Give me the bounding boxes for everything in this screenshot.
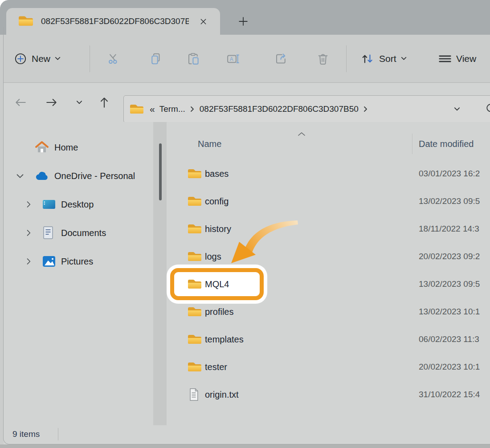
onedrive-cloud-icon [35,171,49,181]
file-name: logs [205,252,221,262]
back-button[interactable] [12,94,29,111]
view-button[interactable]: View [438,35,476,82]
arrow-left-icon [14,96,27,109]
chevron-right-icon[interactable] [24,228,33,237]
folder-icon [187,333,202,346]
paste-button[interactable] [187,35,200,82]
folder-icon [18,14,34,28]
chevron-down-icon [400,56,407,61]
copy-button[interactable] [149,35,163,82]
file-date: 03/01/2023 16:2 [419,169,490,179]
breadcrumb-current[interactable]: 082F53F5881F3D6022DF806C3D307B50 [200,104,359,114]
sidebar-item-label: Home [54,143,78,153]
file-name: MQL4 [205,279,229,289]
paste-icon [187,52,200,65]
home-icon [35,141,49,154]
address-bar[interactable]: « Term... 082F53F5881F3D6022DF806C3D307B… [123,95,490,123]
plus-circle-icon [13,52,28,66]
file-date: 18/11/2022 14:3 [419,224,490,234]
sidebar-item-desktop[interactable]: Desktop [4,190,153,219]
toolbar-separator [346,45,347,72]
file-name: origin.txt [205,390,239,400]
close-icon [200,18,207,25]
folder-icon [187,278,202,290]
rename-button[interactable] [226,35,240,82]
file-date: 13/02/2023 09:5 [419,279,490,289]
up-button[interactable] [95,94,113,111]
folder-icon [129,103,144,115]
chevron-right-icon[interactable] [24,200,33,209]
chevron-right-icon [363,105,368,113]
file-row[interactable]: tester 20/02/2023 10:1 [167,353,490,381]
column-header-name[interactable]: Name [198,139,221,149]
file-list: Name Date modified bases 03/01/2023 16:2… [167,122,490,425]
sidebar-item-label: Pictures [61,257,93,267]
pictures-icon [42,255,56,268]
window-bottom-edge [0,444,490,448]
status-bar: 9 items [4,425,490,444]
column-header-date[interactable]: Date modified [419,139,474,149]
arrow-up-icon [98,96,111,109]
breadcrumb-overflow[interactable]: « [150,104,155,114]
scrollbar-track[interactable] [153,122,167,425]
sidebar-item-label: Desktop [61,200,94,210]
sidebar-item-pictures[interactable]: Pictures [4,247,153,276]
folder-icon [187,250,202,263]
chevron-down-icon[interactable] [15,171,25,181]
documents-icon [42,226,54,240]
text-file-icon [188,388,200,401]
folder-icon [187,167,202,180]
sidebar-item-label: Documents [61,228,106,238]
command-toolbar: New Sort View [4,35,490,83]
delete-button[interactable] [316,35,330,82]
file-row[interactable]: history 18/11/2022 14:3 [167,215,490,243]
file-name: config [205,196,229,207]
file-date: 20/02/2023 10:1 [419,362,490,372]
sidebar-item-home[interactable]: Home [4,133,153,162]
forward-button[interactable] [43,94,61,111]
sort-button[interactable]: Sort [360,35,407,82]
explorer-tab[interactable]: 082F53F5881F3D6022DF806C3D307B50 [6,8,220,35]
file-explorer-window: 082F53F5881F3D6022DF806C3D307B50 New [0,0,490,448]
breadcrumb-parent[interactable]: Term... [159,104,185,114]
file-row[interactable]: templates 06/02/2023 11:3 [167,326,490,353]
file-row[interactable]: config 13/02/2023 09:5 [167,187,490,215]
search-icon [486,103,490,115]
rename-icon [226,52,240,65]
share-icon [274,52,288,65]
column-divider[interactable] [412,134,412,154]
tab-close-button[interactable] [197,15,209,28]
chevron-right-icon[interactable] [24,257,33,266]
file-date: 13/02/2023 09:5 [419,196,490,206]
chevron-down-icon [453,106,461,112]
file-date: 06/02/2023 11:3 [419,334,490,344]
sidebar-item-documents[interactable]: Documents [4,219,153,247]
folder-icon [187,195,202,208]
share-button[interactable] [274,35,288,82]
item-count: 9 items [12,429,40,439]
scrollbar-thumb[interactable] [159,143,162,200]
file-name: history [205,224,231,234]
file-row[interactable]: profiles 13/02/2023 10:1 [167,298,490,326]
chevron-down-icon [54,56,61,61]
new-button[interactable]: New [13,35,61,82]
sidebar-item-label: OneDrive - Personal [54,171,135,181]
file-row[interactable]: origin.txt 31/10/2022 15:4 [167,381,490,408]
address-dropdown-button[interactable] [453,106,461,114]
status-separator [58,428,58,440]
folder-icon [187,223,202,235]
sidebar-item-onedrive[interactable]: OneDrive - Personal [4,162,153,190]
search-button[interactable] [486,103,490,117]
copy-icon [149,52,163,65]
file-row[interactable]: bases 03/01/2023 16:2 [167,160,490,187]
file-row-highlighted[interactable]: MQL4 13/02/2023 09:5 [167,270,490,298]
tab-title: 082F53F5881F3D6022DF806C3D307B50 [41,16,189,26]
new-tab-button[interactable] [237,15,250,28]
view-button-label: View [456,53,476,64]
recent-locations-button[interactable] [70,94,88,111]
cut-button[interactable] [106,35,120,82]
arrow-right-icon [45,96,58,109]
plus-icon [237,16,249,27]
trash-icon [316,52,330,65]
cut-icon [106,52,120,65]
